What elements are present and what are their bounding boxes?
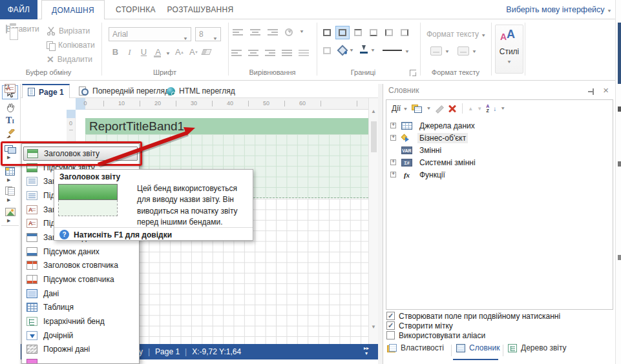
clear-format-button[interactable] <box>200 45 213 59</box>
tab-home[interactable]: ДОМАШНЯ <box>41 0 105 20</box>
language-selector[interactable]: Виберіть мову інтерфейсу ▼ <box>506 0 612 21</box>
tab-file[interactable]: ФАЙЛ <box>0 0 37 19</box>
border-bottom-button[interactable] <box>366 26 381 39</box>
border-all-button[interactable] <box>320 26 334 39</box>
list-item[interactable] <box>22 356 139 364</box>
list-item[interactable]: Таблиця <box>22 301 139 315</box>
tree-item-label[interactable]: Джерела даних <box>417 121 477 131</box>
styles-button[interactable]: AA Стилі ▼ <box>495 25 523 74</box>
paste-button[interactable]: Вставити <box>5 25 40 67</box>
list-item[interactable]: Порожні дані <box>22 343 139 357</box>
bands-menu-button[interactable] <box>2 143 18 155</box>
expand-arrow-icon[interactable]: ▶ <box>7 178 10 182</box>
close-icon[interactable]: × <box>603 85 609 96</box>
list-item[interactable]: Підсумок даних <box>22 245 139 259</box>
delete-item-icon[interactable] <box>448 105 457 113</box>
hand-tool-button[interactable] <box>2 101 18 115</box>
tree-item[interactable]: Джерела даних <box>386 119 613 132</box>
text-format-button[interactable]: Формат тексту ▼ <box>426 30 486 39</box>
shrink-font-button[interactable]: A▼ <box>185 45 199 59</box>
align-bottom-button[interactable] <box>268 28 279 36</box>
style-brush-button[interactable] <box>2 126 18 141</box>
font-color-button[interactable]: A <box>151 45 165 59</box>
border-top-button[interactable] <box>351 26 365 39</box>
borders-dialog-launcher[interactable] <box>410 70 416 76</box>
bold-button[interactable]: B <box>109 45 122 59</box>
align-middle-button[interactable] <box>250 28 261 36</box>
tree-item-label[interactable]: Змінні <box>417 145 443 156</box>
border-left-button[interactable] <box>382 26 396 39</box>
border-none-button[interactable] <box>320 44 334 57</box>
sort-icon[interactable]: AZ <box>486 104 489 113</box>
word-wrap-button[interactable] <box>299 49 310 57</box>
tab-properties[interactable]: Властивості <box>387 343 444 352</box>
font-size-select[interactable]: 8▼ <box>195 27 221 41</box>
option-row[interactable]: ✓ Створити мітку <box>386 321 613 330</box>
list-item[interactable]: Ієрархічний бенд <box>22 314 139 329</box>
align-top-button[interactable] <box>233 28 244 36</box>
expand-plus-icon[interactable] <box>390 135 396 141</box>
expand-arrow-icon[interactable]: ▶ <box>7 156 10 159</box>
tab-html-preview[interactable]: HTML перегляд <box>162 84 240 98</box>
border-color-button[interactable]: ▼ <box>359 45 375 54</box>
delete-button[interactable]: ✕ Видалити <box>47 55 92 64</box>
status-customize-icon[interactable]: ▸▸▾ <box>364 346 369 356</box>
scroll-up-icon[interactable]: ▲ <box>371 108 376 114</box>
tree-item-label[interactable]: Бізнес-об'єкт <box>417 133 468 143</box>
cut-button[interactable]: Вирізати <box>47 26 90 35</box>
tab-preview[interactable]: Попередній перегляд <box>74 84 174 98</box>
tree-item[interactable]: VAR Змінні <box>386 144 613 156</box>
underline-button[interactable]: U <box>137 45 151 59</box>
edit-icon[interactable] <box>435 105 444 113</box>
checkbox[interactable]: ✓ <box>386 321 395 330</box>
list-item[interactable]: Заголовок звіту <box>23 147 138 161</box>
tree-item[interactable]: Σ# Системні змінні <box>386 156 613 168</box>
move-down-icon[interactable]: ▼ <box>477 106 482 112</box>
align-right-button[interactable] <box>265 49 276 57</box>
copy-button[interactable]: Копіювати <box>47 41 95 50</box>
pin-icon[interactable] <box>588 88 596 96</box>
scrollbar-thumb[interactable] <box>371 121 377 152</box>
align-left-button[interactable] <box>231 49 242 57</box>
tree-item[interactable]: fx Функції <box>386 168 613 181</box>
tree-item[interactable]: Бізнес-об'єкт <box>386 132 613 144</box>
tree-item-label[interactable]: Функції <box>417 170 447 180</box>
actions-button[interactable]: Дії ▼ <box>392 104 408 113</box>
new-item-icon[interactable] <box>412 105 422 113</box>
tree-item-label[interactable]: Системні змінні <box>417 157 478 168</box>
align-center-button[interactable] <box>248 49 259 57</box>
tab-report-tree[interactable]: Дерево звіту <box>508 343 567 352</box>
option-row[interactable]: ✓ Створювати поле при подвійному натиска… <box>386 311 613 321</box>
align-justify-button[interactable] <box>282 49 293 57</box>
list-item[interactable]: Заголовок стовпчика <box>22 259 139 273</box>
tab-dictionary[interactable]: Словник <box>456 343 500 352</box>
tab-page[interactable]: СТОРІНКА <box>110 0 162 19</box>
border-outside-button[interactable] <box>335 26 350 39</box>
list-item[interactable]: Підсумок стовпчика <box>22 272 139 287</box>
font-family-select[interactable]: Arial▼ <box>109 27 191 41</box>
expand-arrow-icon[interactable]: ▶ <box>7 219 10 223</box>
border-right-button[interactable] <box>397 26 412 39</box>
scroll-down-icon[interactable]: ▼ <box>371 324 376 330</box>
expand-arrow-icon[interactable]: ▶ <box>7 198 10 202</box>
tab-page1[interactable]: Page 1 <box>22 84 70 99</box>
option-row[interactable]: ✓ Використовувати аліаси <box>386 330 613 340</box>
move-up-icon[interactable]: ▲ <box>468 106 473 112</box>
grow-font-button[interactable]: A▲ <box>171 45 185 59</box>
text-tool-button[interactable]: TI <box>2 114 18 128</box>
border-style-button[interactable]: ▼ <box>383 44 410 54</box>
panel-splitter[interactable] <box>378 84 383 364</box>
collapse-toolbar-icon[interactable]: ▸▸▾ <box>5 84 10 90</box>
italic-button[interactable]: I <box>123 45 136 59</box>
components-button[interactable] <box>2 185 18 197</box>
expand-plus-icon[interactable] <box>390 172 396 177</box>
list-item[interactable]: Дочірній <box>22 329 139 343</box>
fill-color-button[interactable]: ▼ <box>337 45 354 54</box>
expand-plus-icon[interactable] <box>390 123 396 128</box>
images-button[interactable] <box>2 206 18 217</box>
rotate-text-button[interactable] <box>285 28 293 36</box>
tab-layout[interactable]: РОЗТАШУВАННЯ <box>164 0 237 19</box>
expand-plus-icon[interactable] <box>390 159 396 165</box>
format-datetime-button[interactable]: ▼ <box>458 46 477 56</box>
checkbox[interactable]: ✓ <box>386 312 395 320</box>
